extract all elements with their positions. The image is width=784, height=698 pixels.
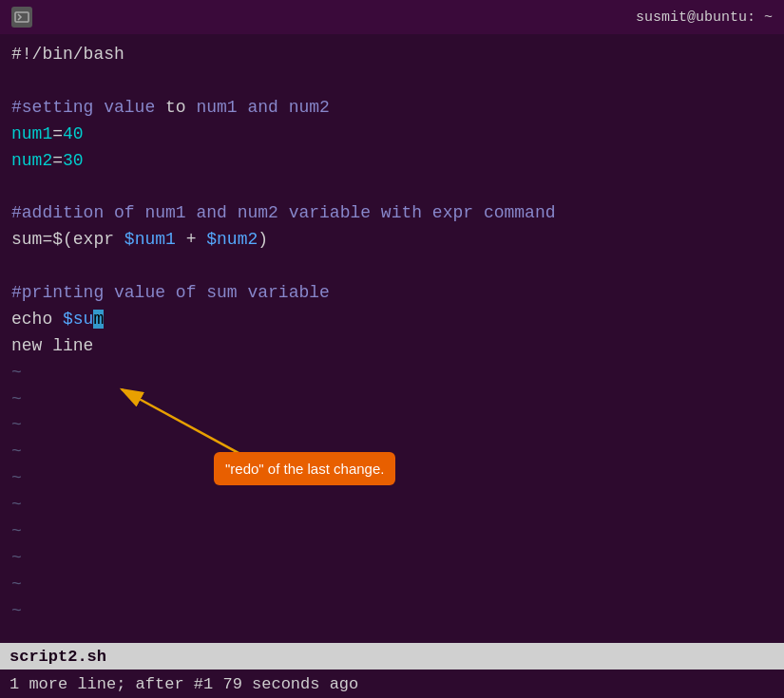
code-line-tilde3: ~ — [11, 412, 773, 439]
code-line-tilde9: ~ — [11, 572, 773, 598]
code-line-tilde7: ~ — [11, 519, 773, 545]
status-bar: script2.sh — [0, 643, 784, 670]
code-line-sum: sum=$(expr $num1 + $num2) — [11, 227, 773, 254]
title-bar-left — [11, 7, 32, 28]
code-line-tilde5: ~ — [11, 465, 773, 492]
code-line-comment1: #setting value to num1 and num2 — [11, 95, 773, 122]
code-line-shebang: #!/bin/bash — [11, 42, 773, 68]
code-line-tilde1: ~ — [11, 360, 773, 387]
code-line-blank1 — [11, 68, 773, 95]
editor-area: #!/bin/bash #setting value to num1 and n… — [0, 34, 784, 643]
code-line-num2: num2=30 — [11, 148, 773, 175]
filename-label: script2.sh — [10, 648, 106, 666]
code-line-comment3: #printing value of sum variable — [11, 280, 773, 307]
code-line-num1: num1=40 — [11, 122, 773, 148]
code-line-comment2: #addition of num1 and num2 variable with… — [11, 200, 773, 227]
code-line-blank3 — [11, 254, 773, 280]
code-line-tilde4: ~ — [11, 439, 773, 465]
user-host-label: susmit@ubuntu: ~ — [636, 9, 773, 26]
code-line-echo: echo $sum — [11, 307, 773, 333]
code-line-tilde6: ~ — [11, 492, 773, 519]
code-line-tilde10: ~ — [11, 598, 773, 625]
code-line-newline: new line — [11, 333, 773, 360]
bottom-message: 1 more line; after #1 79 seconds ago — [0, 670, 784, 698]
terminal-icon — [11, 7, 32, 28]
title-bar: susmit@ubuntu: ~ — [0, 0, 784, 34]
code-line-tilde8: ~ — [11, 545, 773, 572]
code-line-blank2 — [11, 174, 773, 200]
terminal-window: susmit@ubuntu: ~ #!/bin/bash #setting va… — [0, 0, 784, 698]
bottom-message-text: 1 more line; after #1 79 seconds ago — [10, 675, 358, 693]
code-line-tilde2: ~ — [11, 387, 773, 413]
